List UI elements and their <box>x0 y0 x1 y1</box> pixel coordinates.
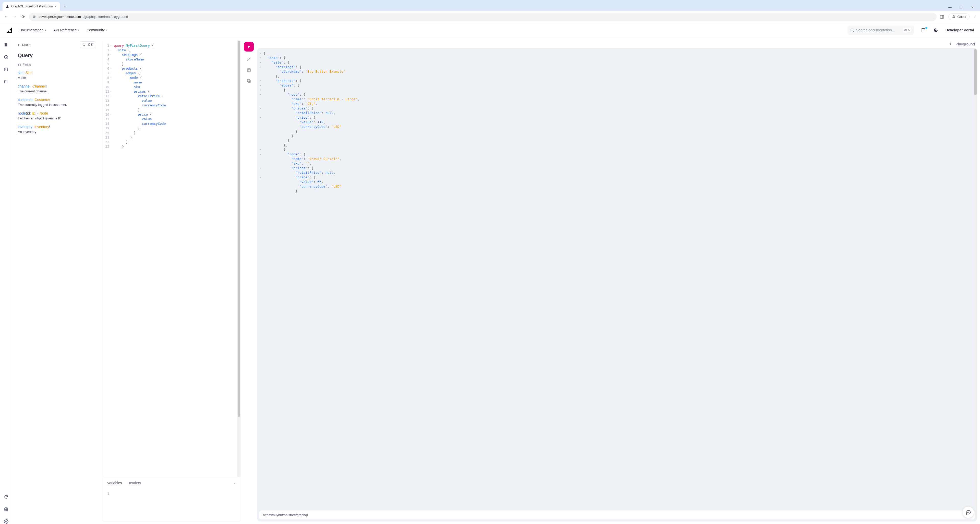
rail-explorer-icon[interactable] <box>3 67 9 72</box>
svg-rect-1 <box>35 16 35 16</box>
svg-point-16 <box>967 512 968 513</box>
query-editor[interactable]: query MyFirstQuery { site { settings { s… <box>111 40 237 477</box>
docs-sidebar: ‹ Docs ⌘ K Query Fields site: Site!A sit… <box>12 37 102 524</box>
endpoint-input[interactable]: https://buybutton.store/graphql <box>259 510 975 519</box>
nav-community[interactable]: Community▾ <box>86 28 107 32</box>
response-panel: ▾▾▾▾▾▾▾▾▾▾▾▾▾▾ { "data": { "site": { "se… <box>257 48 977 521</box>
svg-point-17 <box>968 512 969 513</box>
nav-api-reference[interactable]: API Reference▾ <box>53 28 80 32</box>
editor-scrollbar[interactable] <box>237 40 240 477</box>
field-entry[interactable]: site: Site!A site <box>18 71 96 79</box>
browser-tab[interactable]: GraphQL Storefront Playgroun × <box>3 2 60 11</box>
search-icon <box>850 28 854 32</box>
developer-portal-link[interactable]: Developer Portal <box>945 28 974 32</box>
rail-folder-icon[interactable] <box>3 79 9 84</box>
docs-title: Query <box>18 52 96 59</box>
rail-refresh-icon[interactable] <box>3 494 9 500</box>
url-path: /graphql-storefront/playground <box>83 15 128 19</box>
bigcommerce-logo-icon[interactable] <box>6 27 12 33</box>
tab-strip: GraphQL Storefront Playgroun × + — ❐ ✕ <box>0 0 980 11</box>
chevron-down-icon: ▾ <box>78 29 80 32</box>
query-editor-panel: 1234567891011121314151617181920212223 qu… <box>103 40 240 521</box>
address-row: ← → ⟳ developer.bigcommerce.com/graphql-… <box>0 11 980 23</box>
svg-rect-3 <box>940 15 944 18</box>
rail-settings-icon[interactable] <box>3 519 9 524</box>
editor-bottom-tabs: Variables Headers ⌄ <box>103 477 240 488</box>
playground-tab-label[interactable]: Playground <box>956 42 975 46</box>
svg-line-7 <box>853 31 853 32</box>
reload-button[interactable]: ⟳ <box>21 14 25 19</box>
svg-point-10 <box>83 44 85 46</box>
action-column <box>243 40 255 521</box>
svg-line-11 <box>84 45 85 46</box>
svg-point-5 <box>953 15 955 17</box>
tab-close-icon[interactable]: × <box>55 4 57 8</box>
search-placeholder: Search documentation... <box>856 28 895 32</box>
prettify-icon[interactable] <box>246 57 252 62</box>
guest-label: Guest <box>957 15 966 19</box>
notification-badge <box>925 27 928 29</box>
variables-editor[interactable]: 1 <box>103 488 240 521</box>
search-input[interactable]: Search documentation... ⌘K <box>848 25 914 35</box>
window-controls: — ❐ ✕ <box>947 5 980 11</box>
svg-rect-15 <box>247 79 250 82</box>
chevron-down-icon: ▾ <box>45 29 46 32</box>
fields-toggle[interactable]: Fields <box>18 63 96 67</box>
field-entry[interactable]: inventory: Inventory!An inventory <box>18 125 96 134</box>
playground: 1234567891011121314151617181920212223 qu… <box>102 37 980 524</box>
favicon-icon <box>6 5 9 8</box>
tab-variables[interactable]: Variables <box>107 481 122 485</box>
docs-back-link[interactable]: ‹ Docs <box>18 43 30 47</box>
field-entry[interactable]: channel: Channel!The current channel. <box>18 84 96 93</box>
field-entry[interactable]: node(id: ID!): NodeFetches an object giv… <box>18 111 96 120</box>
copy-icon[interactable] <box>246 78 252 84</box>
editor-gutter: 1234567891011121314151617181920212223 <box>103 40 111 477</box>
response-gutter: ▾▾▾▾▾▾▾▾▾▾▾▾▾▾ <box>257 48 262 508</box>
collapse-icon[interactable]: ⌄ <box>234 481 236 484</box>
browser-chrome: GraphQL Storefront Playgroun × + — ❐ ✕ ←… <box>0 0 980 23</box>
add-tab-button[interactable]: + <box>949 41 952 47</box>
svg-point-9 <box>5 521 6 522</box>
icon-rail <box>0 37 12 524</box>
nav-documentation[interactable]: Documentation▾ <box>19 28 46 32</box>
editor-pane: 1234567891011121314151617181920212223 qu… <box>103 40 240 477</box>
back-button[interactable]: ← <box>4 14 8 19</box>
new-tab-button[interactable]: + <box>61 3 69 11</box>
response-viewer[interactable]: { "data": { "site": { "settings": { "sto… <box>262 48 974 508</box>
field-entry[interactable]: customer: CustomerThe currently logged i… <box>18 98 96 106</box>
run-button[interactable] <box>244 42 254 52</box>
rail-docs-icon[interactable] <box>3 42 9 48</box>
playground-right: + Playground ▾▾▾▾▾▾▾▾▾▾▾▾▾▾ { "data": { … <box>257 40 977 521</box>
theme-toggle-icon[interactable] <box>933 27 939 33</box>
svg-point-6 <box>851 29 853 31</box>
kebab-menu-icon[interactable]: ⋮ <box>973 14 978 20</box>
minimize-button[interactable]: — <box>947 5 953 9</box>
guest-profile[interactable]: Guest <box>948 14 969 20</box>
response-scrollbar[interactable] <box>974 48 977 508</box>
sidebar-search-shortcut[interactable]: ⌘ K <box>80 41 96 48</box>
fields-list: site: Site!A sitechannel: Channel!The cu… <box>18 71 96 134</box>
tab-headers[interactable]: Headers <box>127 481 141 485</box>
forward-button[interactable]: → <box>13 14 17 19</box>
rail-shortcuts-icon[interactable] <box>3 507 9 512</box>
playground-tabs-header: + Playground <box>257 40 977 48</box>
chat-fab[interactable] <box>963 507 974 518</box>
chevron-down-icon: ▾ <box>106 29 107 32</box>
main: ‹ Docs ⌘ K Query Fields site: Site!A sit… <box>0 37 980 524</box>
nav-links: Documentation▾ API Reference▾ Community▾ <box>19 28 107 32</box>
address-bar[interactable]: developer.bigcommerce.com/graphql-storef… <box>29 13 937 21</box>
panel-icon[interactable] <box>939 14 945 20</box>
browser-right-icons: Guest ⋮ <box>939 14 978 20</box>
svg-point-18 <box>969 512 969 513</box>
close-window-button[interactable]: ✕ <box>970 5 975 9</box>
notifications-icon[interactable] <box>921 27 926 33</box>
nav-icons: ← → ⟳ <box>2 14 27 19</box>
svg-rect-14 <box>248 80 250 83</box>
url-domain: developer.bigcommerce.com <box>38 15 81 19</box>
rail-history-icon[interactable] <box>3 55 9 60</box>
tab-title: GraphQL Storefront Playgroun <box>11 5 52 8</box>
merge-icon[interactable] <box>246 67 252 73</box>
site-info-icon[interactable] <box>32 15 36 19</box>
search-shortcut-hint: ⌘K <box>903 28 911 32</box>
maximize-button[interactable]: ❐ <box>959 5 964 9</box>
